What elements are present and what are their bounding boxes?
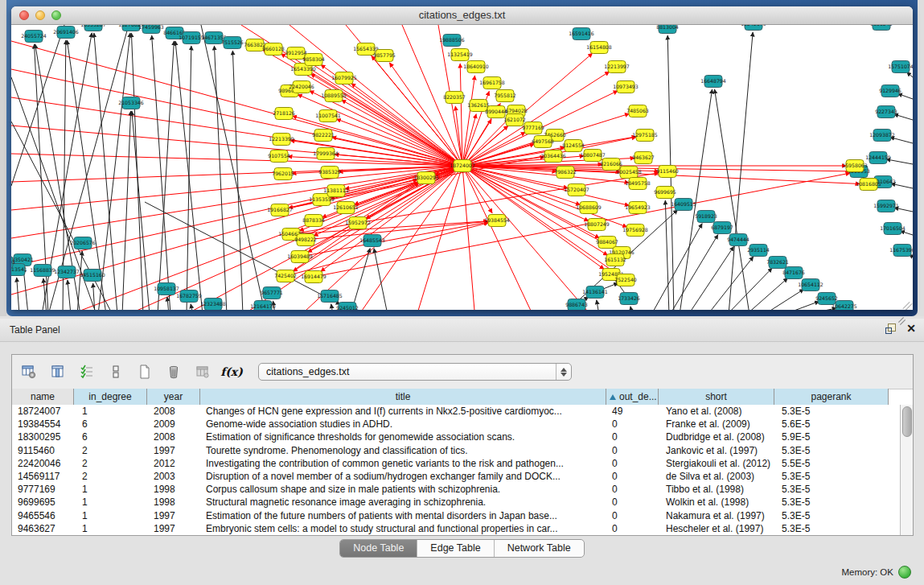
graph-node[interactable]: 15720407 bbox=[564, 184, 589, 196]
graph-node[interactable]: 8878334 bbox=[302, 215, 325, 227]
graph-node[interactable]: 10719155 bbox=[179, 32, 204, 44]
table-row[interactable]: 969969511998Structural magnetic resonanc… bbox=[12, 496, 900, 509]
column-header-year[interactable]: year bbox=[147, 389, 200, 405]
graph-node[interactable]: 10958137 bbox=[154, 283, 179, 295]
graph-node[interactable]: 6497568 bbox=[532, 136, 554, 148]
table-row[interactable]: 911546021997Tourette syndrome. Phenomeno… bbox=[12, 444, 900, 457]
new-column-icon[interactable] bbox=[133, 360, 157, 384]
table-row[interactable]: 977716911998Corpus callosum shape and si… bbox=[12, 483, 900, 496]
graph-node[interactable]: 9777169 bbox=[522, 122, 544, 134]
graph-node[interactable]: 7955812 bbox=[494, 90, 516, 102]
graph-node[interactable]: 20691406 bbox=[53, 27, 79, 39]
scrollbar-thumb[interactable] bbox=[902, 406, 912, 437]
graph-node[interactable]: 12093872 bbox=[869, 130, 895, 142]
graph-node[interactable]: 9886743 bbox=[565, 299, 588, 311]
graph-node[interactable]: 8220357 bbox=[443, 92, 466, 104]
graph-node[interactable]: 18495758 bbox=[625, 178, 651, 190]
graph-node[interactable]: 10807487 bbox=[580, 150, 606, 162]
graph-node[interactable]: 24055724 bbox=[21, 31, 47, 43]
graph-node[interactable]: 12213399 bbox=[269, 134, 294, 146]
graph-node[interactable]: 1733426 bbox=[618, 293, 640, 305]
graph-node[interactable]: 19166827 bbox=[267, 204, 293, 216]
graph-node[interactable]: 10688609 bbox=[576, 202, 602, 214]
graph-node[interactable]: 7425402 bbox=[274, 270, 297, 282]
graph-node[interactable]: 15751074 bbox=[888, 61, 913, 73]
graph-node[interactable]: 19756928 bbox=[622, 225, 648, 237]
graph-node[interactable]: 16485543 bbox=[359, 235, 385, 247]
graph-node[interactable]: 16079925 bbox=[331, 72, 357, 84]
graph-node[interactable]: 9227343 bbox=[875, 106, 897, 118]
table-row[interactable]: 1830029562008Estimation of significance … bbox=[12, 431, 900, 443]
graph-node[interactable]: 9858304 bbox=[302, 54, 325, 66]
graph-node[interactable]: 15958063 bbox=[842, 160, 868, 172]
graph-node[interactable]: 5918923 bbox=[695, 211, 717, 223]
graph-node[interactable]: 9857795 bbox=[373, 50, 396, 62]
float-window-icon[interactable] bbox=[885, 323, 897, 334]
graph-node[interactable]: 12444159 bbox=[865, 152, 891, 164]
graph-node[interactable]: 16039489 bbox=[287, 251, 313, 263]
graph-node[interactable]: 18807249 bbox=[584, 219, 610, 231]
graph-node[interactable]: 14136141 bbox=[582, 286, 608, 299]
table-mode-icon[interactable] bbox=[17, 360, 41, 384]
tab-node-table[interactable]: Node Table bbox=[340, 540, 417, 557]
graph-node[interactable]: 9822221 bbox=[312, 130, 335, 142]
row-height-icon[interactable] bbox=[104, 360, 128, 384]
graph-node[interactable]: 16782759 bbox=[176, 290, 202, 303]
graph-node[interactable]: 18724007 bbox=[450, 160, 475, 172]
graph-node[interactable]: 21053346 bbox=[118, 97, 144, 109]
graph-node[interactable]: 16591416 bbox=[569, 28, 594, 40]
graph-node[interactable]: 12164170 bbox=[250, 301, 276, 311]
graph-node[interactable]: 12975185 bbox=[632, 130, 658, 142]
column-header-out_de[interactable]: out_de... bbox=[606, 389, 659, 405]
graph-node[interactable]: 2935114 bbox=[747, 245, 770, 257]
graph-node[interactable]: 9115460 bbox=[656, 166, 679, 178]
column-header-title[interactable]: title bbox=[200, 389, 606, 405]
graph-node[interactable]: 9385329 bbox=[318, 167, 341, 179]
graph-node[interactable]: 15716485 bbox=[317, 290, 343, 303]
graph-node[interactable]: 16648794 bbox=[700, 76, 726, 88]
graph-node[interactable]: 7515526 bbox=[221, 37, 244, 49]
close-icon[interactable]: ✕ bbox=[906, 323, 916, 334]
graph-node[interactable]: 9245012 bbox=[336, 303, 359, 311]
graph-node[interactable]: 12242179 bbox=[741, 25, 766, 31]
table-row[interactable]: 1872400712008Changes of HCN gene express… bbox=[12, 405, 900, 418]
table-row[interactable]: 946554611997Estimation of the future num… bbox=[12, 509, 900, 522]
graph-node[interactable]: 9498222 bbox=[294, 234, 317, 246]
network-canvas[interactable]: 2405572420691406105532871527602717459963… bbox=[11, 25, 913, 310]
graph-node[interactable]: 3913541 bbox=[11, 264, 27, 276]
graph-node[interactable]: 9107554 bbox=[268, 150, 290, 163]
graph-node[interactable]: 15952972 bbox=[345, 217, 371, 229]
canvas-resize-grip[interactable] bbox=[902, 299, 910, 307]
graph-node[interactable]: 10889558 bbox=[321, 90, 347, 102]
graph-node[interactable]: 16154808 bbox=[586, 42, 612, 54]
graph-node[interactable]: 10025458 bbox=[616, 167, 642, 179]
table-row[interactable]: 1938455462009Genome-wide association stu… bbox=[12, 418, 900, 431]
table-row[interactable]: 1456911722003Disruption of a novel membe… bbox=[12, 470, 900, 483]
select-columns-icon[interactable] bbox=[75, 360, 99, 384]
graph-node[interactable]: 11381111 bbox=[323, 185, 349, 197]
graph-node[interactable]: 11007541 bbox=[315, 110, 341, 122]
network-window-titlebar[interactable]: citations_edges.txt bbox=[11, 6, 913, 25]
graph-node[interactable]: 12323488 bbox=[200, 299, 226, 311]
graph-node[interactable]: 6879197 bbox=[711, 222, 733, 234]
graph-node[interactable]: 22420046 bbox=[289, 81, 314, 93]
graph-node[interactable]: 17999364 bbox=[313, 148, 339, 160]
graph-node[interactable]: 8813004 bbox=[656, 25, 679, 34]
graph-node[interactable]: 7522540 bbox=[614, 274, 637, 286]
graph-node[interactable]: 19384554 bbox=[484, 215, 510, 227]
graph-node[interactable]: 9806240 bbox=[870, 25, 893, 31]
tab-network-table[interactable]: Network Table bbox=[495, 540, 584, 557]
graph-node[interactable]: 1621072 bbox=[503, 114, 526, 126]
graph-node[interactable]: 7986322 bbox=[554, 167, 577, 179]
graph-node[interactable]: 19888506 bbox=[439, 35, 465, 47]
graph-node[interactable]: 7962015 bbox=[272, 168, 294, 180]
import-table-icon[interactable] bbox=[191, 360, 215, 384]
function-builder-icon[interactable]: f(x) bbox=[220, 360, 244, 384]
graph-node[interactable]: 18300295 bbox=[413, 172, 439, 184]
graph-node[interactable]: 9245652 bbox=[815, 293, 838, 305]
graph-node[interactable]: 16409515 bbox=[671, 199, 696, 211]
graph-node[interactable]: 19654923 bbox=[625, 202, 651, 214]
graph-node[interactable]: 14515160 bbox=[80, 270, 105, 282]
tab-edge-table[interactable]: Edge Table bbox=[417, 540, 494, 557]
delete-column-icon[interactable] bbox=[162, 360, 186, 384]
